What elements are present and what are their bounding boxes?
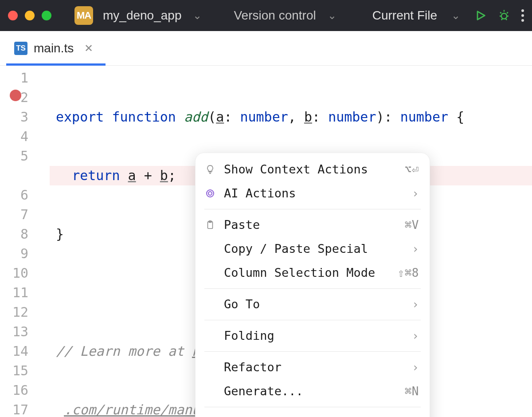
line-number[interactable]: 9 xyxy=(0,244,50,264)
vcs-chevron-icon[interactable]: ⌄ xyxy=(324,9,340,22)
menu-item-show-context-actions[interactable]: Show Context Actions⌥⏎ xyxy=(196,157,430,181)
code-editor: 1 2 3 4 5 6 7 8 9 10 11 12 13 14 15 16 1… xyxy=(0,66,532,417)
line-number[interactable]: 3 xyxy=(0,107,50,127)
line-number[interactable]: 2 xyxy=(0,88,50,107)
typescript-file-icon: TS xyxy=(14,42,27,55)
menu-item-shortcut: ⌃⇧R xyxy=(398,413,419,417)
line-number[interactable]: 7 xyxy=(0,205,50,224)
project-name[interactable]: my_deno_app xyxy=(103,8,181,23)
line-number[interactable]: 4 xyxy=(0,127,50,146)
svg-point-0 xyxy=(501,13,507,19)
menu-item-label: Column Selection Mode xyxy=(224,263,391,283)
line-number[interactable]: 1 xyxy=(0,68,50,88)
menu-item-generate[interactable]: Generate...⌘N xyxy=(196,379,430,403)
spiral-icon xyxy=(203,188,217,199)
debug-icon[interactable] xyxy=(497,9,511,22)
window-traffic-lights xyxy=(8,11,51,20)
minimize-window-button[interactable] xyxy=(25,11,35,20)
run-icon[interactable] xyxy=(474,9,487,22)
menu-item-paste[interactable]: Paste⌘V xyxy=(196,213,430,237)
tab-file-name: main.ts xyxy=(34,41,74,55)
menu-item-go-to[interactable]: Go To› xyxy=(196,292,430,316)
clip-icon xyxy=(203,220,217,230)
project-switcher-chevron-icon[interactable]: ⌄ xyxy=(189,9,205,22)
menu-item-label: Show Context Actions xyxy=(224,160,398,179)
menu-item-shortcut: ⌥⏎ xyxy=(405,160,419,179)
menu-item-shortcut: ⇧⌘8 xyxy=(398,263,419,283)
line-number[interactable]: 11 xyxy=(0,283,50,303)
submenu-chevron-icon: › xyxy=(412,326,419,346)
more-actions-icon[interactable] xyxy=(521,9,524,22)
menu-item-label: AI Actions xyxy=(224,184,405,203)
submenu-chevron-icon: › xyxy=(412,184,419,203)
line-number[interactable]: 14 xyxy=(0,342,50,361)
code-line[interactable]: export function add(a: number, b: number… xyxy=(50,107,532,127)
menu-item-label: Generate... xyxy=(224,382,398,401)
editor-tab-main-ts[interactable]: TS main.ts ✕ xyxy=(6,31,101,65)
line-number[interactable]: 15 xyxy=(0,361,50,381)
menu-item-shortcut: ⌘V xyxy=(405,215,419,235)
breakpoint-marker[interactable] xyxy=(10,90,21,101)
version-control-dropdown[interactable]: Version control xyxy=(234,8,316,23)
titlebar: MA my_deno_app ⌄ Version control ⌄ Curre… xyxy=(0,0,532,31)
menu-item-folding[interactable]: Folding› xyxy=(196,324,430,348)
submenu-chevron-icon: › xyxy=(412,295,419,314)
editor-tabstrip: TS main.ts ✕ xyxy=(0,31,532,66)
editor-context-menu: Show Context Actions⌥⏎AI Actions›Paste⌘V… xyxy=(195,153,430,417)
line-number[interactable]: 12 xyxy=(0,303,50,322)
line-number[interactable] xyxy=(0,166,50,185)
menu-item-label: Refactor xyxy=(224,358,405,377)
editor-gutter[interactable]: 1 2 3 4 5 6 7 8 9 10 11 12 13 14 15 16 1… xyxy=(0,66,50,417)
run-config-chevron-icon[interactable]: ⌄ xyxy=(448,9,464,22)
submenu-chevron-icon: › xyxy=(412,239,419,259)
bulb-icon xyxy=(203,164,217,175)
menu-item-copy-paste-special[interactable]: Copy / Paste Special› xyxy=(196,237,430,261)
submenu-chevron-icon: › xyxy=(412,358,419,377)
menu-item-label: Copy / Paste Special xyxy=(224,239,405,259)
menu-item-ai-actions[interactable]: AI Actions› xyxy=(196,181,430,205)
menu-item-label: Paste xyxy=(224,215,398,235)
run-config-dropdown[interactable]: Current File xyxy=(372,8,437,23)
menu-item-shortcut: ⌘N xyxy=(405,382,419,401)
line-number[interactable]: 8 xyxy=(0,224,50,244)
menu-item-label: Folding xyxy=(224,326,405,346)
menu-item-label: Go To xyxy=(224,295,405,314)
close-window-button[interactable] xyxy=(8,11,18,20)
menu-item-refactor[interactable]: Refactor› xyxy=(196,355,430,379)
close-tab-icon[interactable]: ✕ xyxy=(84,42,93,55)
project-badge[interactable]: MA xyxy=(74,6,93,25)
line-number[interactable]: 17 xyxy=(0,400,50,417)
line-number[interactable]: 16 xyxy=(0,381,50,400)
line-number[interactable]: 5 xyxy=(0,146,50,166)
zoom-window-button[interactable] xyxy=(42,11,51,20)
menu-item-run-deno-main-ts[interactable]: Run 'Deno: main.ts'⌃⇧R xyxy=(196,411,430,417)
menu-item-column-selection-mode[interactable]: Column Selection Mode⇧⌘8 xyxy=(196,261,430,285)
line-number[interactable]: 13 xyxy=(0,322,50,342)
line-number[interactable]: 6 xyxy=(0,185,50,205)
line-number[interactable]: 10 xyxy=(0,264,50,283)
menu-item-label: Run 'Deno: main.ts' xyxy=(224,413,391,417)
